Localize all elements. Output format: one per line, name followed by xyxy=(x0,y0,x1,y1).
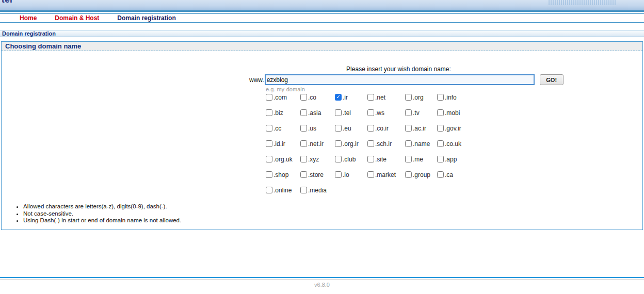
tld-checkbox[interactable] xyxy=(300,156,307,162)
tld-checkbox[interactable] xyxy=(300,171,307,178)
tld-option[interactable]: .co.uk xyxy=(437,140,473,155)
tld-option[interactable]: .us xyxy=(300,124,335,140)
tld-option[interactable]: .me xyxy=(405,155,437,171)
tld-option[interactable]: .xyz xyxy=(300,155,335,171)
tld-label: .ws xyxy=(375,109,384,117)
nav-item[interactable]: Domain & Host xyxy=(55,14,99,22)
tld-checkbox[interactable] xyxy=(437,94,444,101)
tld-option[interactable]: .asia xyxy=(300,109,335,124)
tld-option[interactable]: .biz xyxy=(266,109,300,124)
tld-option[interactable]: .sch.ir xyxy=(367,140,405,155)
tld-label: .site xyxy=(375,156,387,163)
tld-checkbox[interactable] xyxy=(437,109,444,116)
tld-option[interactable]: .cc xyxy=(266,124,300,140)
tld-option[interactable]: .site xyxy=(367,155,405,171)
tld-option[interactable]: .tel xyxy=(335,109,367,124)
tld-checkbox[interactable] xyxy=(300,140,307,147)
tld-option[interactable]: .online xyxy=(266,186,300,202)
tld-option[interactable]: .net xyxy=(367,93,405,109)
tld-option[interactable]: .io xyxy=(335,171,367,186)
nav-item[interactable]: Domain registration xyxy=(117,14,175,22)
tld-option[interactable]: .ws xyxy=(367,109,405,124)
tld-checkbox[interactable] xyxy=(335,140,342,147)
tld-option[interactable]: .co xyxy=(300,93,335,109)
tld-label: .club xyxy=(343,156,356,163)
tld-checkbox[interactable] xyxy=(367,140,374,147)
tld-checkbox[interactable] xyxy=(437,125,444,132)
tld-label: .org xyxy=(413,94,424,101)
tld-checkbox[interactable] xyxy=(300,94,307,101)
domain-prompt-label: Please insert your wish domain name: xyxy=(264,66,533,73)
tld-checkbox[interactable] xyxy=(266,171,272,178)
tld-label: .ac.ir xyxy=(413,125,426,132)
tld-label: .market xyxy=(375,171,396,178)
tld-option[interactable]: .market xyxy=(367,171,405,186)
tld-checkbox[interactable] xyxy=(266,109,272,116)
tld-option[interactable]: .co.ir xyxy=(367,124,405,140)
tld-checkbox[interactable] xyxy=(405,94,412,101)
tld-option[interactable]: .id.ir xyxy=(266,140,300,155)
tld-checkbox[interactable] xyxy=(300,125,307,132)
tld-label: .group xyxy=(413,171,430,178)
tld-option[interactable]: .eu xyxy=(335,124,367,140)
tld-label: .store xyxy=(308,171,324,178)
tld-checkbox[interactable] xyxy=(367,125,374,132)
tld-checkbox[interactable] xyxy=(405,109,412,116)
tld-checkbox[interactable] xyxy=(367,171,374,178)
tld-checkbox[interactable] xyxy=(266,94,272,101)
breadcrumb-title: Domain registration xyxy=(0,30,56,37)
tld-option[interactable]: .mobi xyxy=(437,109,473,124)
tld-option[interactable]: .name xyxy=(405,140,437,155)
tld-checkbox[interactable] xyxy=(437,156,444,162)
tld-option[interactable]: .info xyxy=(437,93,473,109)
tld-option[interactable]: .media xyxy=(300,186,335,202)
domain-name-input[interactable] xyxy=(265,74,535,85)
go-button[interactable]: GO! xyxy=(540,74,564,85)
tld-label: .net.ir xyxy=(308,140,324,148)
tld-label: .app xyxy=(445,156,457,163)
tld-checkbox[interactable] xyxy=(335,109,342,116)
tld-option[interactable]: .app xyxy=(437,155,473,171)
tld-option[interactable]: .group xyxy=(405,171,437,186)
tld-label: .shop xyxy=(273,171,288,178)
nav-item[interactable]: Home xyxy=(20,14,37,22)
tld-option[interactable]: .shop xyxy=(266,171,300,186)
tld-checkbox[interactable] xyxy=(266,187,272,193)
tld-option[interactable]: .org.ir xyxy=(335,140,367,155)
tld-option[interactable]: .store xyxy=(300,171,335,186)
tld-checkbox[interactable] xyxy=(405,171,412,178)
tld-checkbox[interactable] xyxy=(335,171,342,178)
tld-checkbox[interactable] xyxy=(300,187,307,193)
tld-checkbox[interactable] xyxy=(335,125,342,132)
tld-option[interactable]: .net.ir xyxy=(300,140,335,155)
tld-option[interactable]: .org.uk xyxy=(266,155,300,171)
tld-checkbox[interactable] xyxy=(405,140,412,147)
tld-checkbox[interactable] xyxy=(266,125,272,132)
tld-checkbox[interactable] xyxy=(367,109,374,116)
tld-option[interactable]: .org xyxy=(405,93,437,109)
tld-option[interactable]: .gov.ir xyxy=(437,124,473,140)
tld-label: .org.ir xyxy=(343,140,359,148)
tld-checkbox[interactable] xyxy=(367,156,374,162)
tld-label: .co.uk xyxy=(445,140,461,148)
tld-checkbox[interactable] xyxy=(405,125,412,132)
tld-checkbox[interactable] xyxy=(266,140,272,147)
footer-divider-blue xyxy=(0,277,644,278)
tld-checkbox[interactable] xyxy=(300,109,307,116)
tld-checkbox[interactable] xyxy=(437,140,444,147)
tld-checkbox[interactable] xyxy=(405,156,412,162)
tld-checkbox[interactable] xyxy=(437,171,444,178)
tld-option[interactable]: .com xyxy=(266,93,300,109)
tld-option[interactable]: .ca xyxy=(437,171,473,186)
tld-option[interactable]: .club xyxy=(335,155,367,171)
tld-checkbox[interactable] xyxy=(335,94,342,101)
tld-checkbox[interactable] xyxy=(367,94,374,101)
tld-label: .co xyxy=(308,94,316,101)
tld-option[interactable]: .ir xyxy=(335,93,367,109)
tld-option[interactable]: .tv xyxy=(405,109,437,124)
tld-checkbox[interactable] xyxy=(335,156,342,162)
tld-option[interactable]: .ac.ir xyxy=(405,124,437,140)
top-banner: ter xyxy=(0,0,644,12)
tld-checkbox[interactable] xyxy=(266,156,272,162)
tld-label: .tv xyxy=(413,109,420,117)
